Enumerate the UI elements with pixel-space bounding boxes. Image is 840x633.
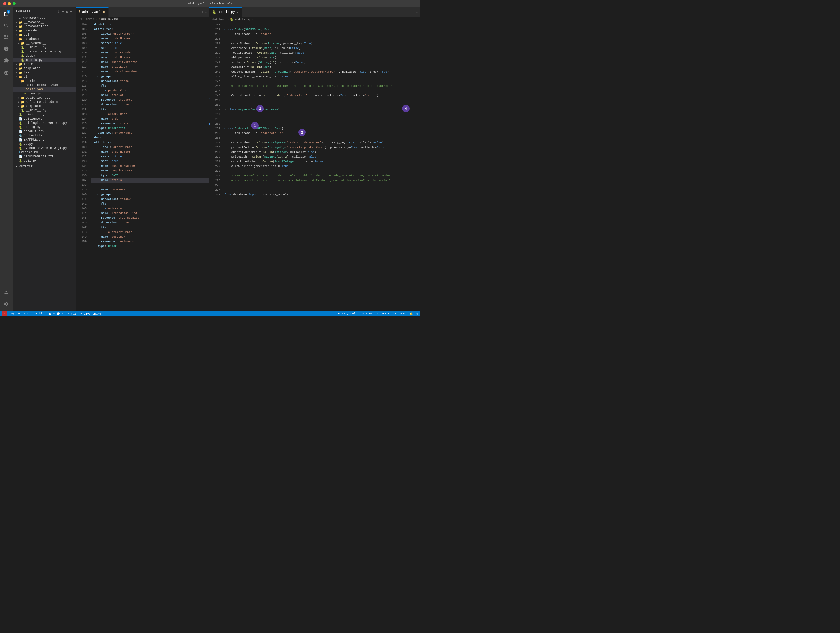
status-language[interactable]: YAML: [399, 312, 406, 315]
status-live-share[interactable]: ➤ Live Share: [80, 312, 101, 316]
sidebar-item-db-pycache[interactable]: ▸ 📁 __pycache__: [13, 41, 76, 45]
editor-area: ! admin.yaml ● ⊤ … ui › admin › !: [76, 7, 420, 311]
sidebar-item-example-env[interactable]: 📄 EXAMPLE.env: [13, 138, 76, 142]
sidebar-item-customize-models[interactable]: 🐍 customize_models.py: [13, 50, 76, 54]
sidebar-item-ui-templates[interactable]: ▸ 📁 templates: [13, 104, 76, 108]
activity-source-control[interactable]: [2, 33, 11, 42]
activity-account[interactable]: [2, 288, 11, 297]
folder-icon: 📁: [21, 100, 25, 104]
status-encoding[interactable]: UTF-8: [381, 312, 390, 315]
status-spaces[interactable]: Spaces: 2: [362, 312, 377, 315]
activity-search[interactable]: [2, 21, 11, 30]
arrow: ▸: [17, 100, 21, 104]
sidebar-item-models[interactable]: 🐍 models.py: [13, 58, 76, 62]
sidebar-item-gitignore[interactable]: 📄 .gitignore: [13, 117, 76, 121]
activity-explorer[interactable]: 1: [2, 9, 11, 19]
sidebar-item-api[interactable]: ▸ 📁 api: [13, 33, 76, 37]
more-actions-py-icon[interactable]: …: [416, 11, 418, 14]
activity-remote[interactable]: [2, 68, 11, 77]
arrow: ▸: [15, 21, 19, 24]
minimize-button[interactable]: [8, 2, 11, 5]
status-line-ending[interactable]: LF: [393, 312, 396, 315]
arrow: ▸: [15, 25, 19, 28]
arrow: ▸: [17, 42, 21, 45]
more-actions-icon[interactable]: …: [205, 11, 207, 14]
new-folder-icon[interactable]: +: [62, 9, 64, 14]
sidebar-item-admin-created[interactable]: ! admin-created.yaml: [13, 83, 76, 87]
sidebar-item-default-env[interactable]: 📄 default.env: [13, 129, 76, 133]
activity-settings[interactable]: [2, 299, 11, 309]
activity-bar-bottom: [2, 288, 11, 311]
status-ln-col[interactable]: Ln 137, Col 1: [336, 312, 359, 315]
py-icon: 🐍: [21, 46, 25, 49]
label: admin-created.yaml: [26, 84, 60, 87]
sidebar-item-db-init[interactable]: 🐍 __init__.py: [13, 45, 76, 50]
collapse-all-icon[interactable]: ━: [70, 9, 73, 14]
sidebar-item-dockerfile[interactable]: 🐳 Dockerfile: [13, 133, 76, 138]
yaml-code: orderdetails: attributes: - label: order…: [88, 22, 209, 311]
file-icon: 📄: [19, 138, 22, 142]
sidebar-item-ui-init[interactable]: 🐍 __init__.py: [13, 108, 76, 112]
sidebar-item-requirements[interactable]: 📄 requirements.txt: [13, 155, 76, 159]
sidebar-item-root-init[interactable]: 🐍 __init__.py: [13, 112, 76, 117]
split-editor-icon[interactable]: ⊤: [202, 10, 204, 14]
python-tab-bar: 🐍 models.py ✕ …: [209, 7, 420, 17]
close-button[interactable]: [3, 2, 6, 5]
py-icon: 🐍: [21, 109, 25, 112]
status-sync-icon: ↻: [416, 312, 418, 316]
sidebar-item-home-js[interactable]: JS home.js: [13, 92, 76, 96]
sidebar-item-database[interactable]: ▾ 📂 database: [13, 37, 76, 41]
refresh-icon[interactable]: ↻: [66, 9, 68, 14]
sidebar-item-vscode[interactable]: ▸ 📁 .vscode: [13, 28, 76, 33]
label: templates: [24, 66, 41, 70]
sidebar-item-python-anywhere[interactable]: 🐍 python_anywhere_wsgi.py: [13, 146, 76, 150]
python-code-area[interactable]: 233234235236237 238239240241242 24324424…: [209, 22, 420, 311]
python-editor: 🐍 models.py ✕ … database › 🐍 models.py ›: [209, 7, 420, 311]
folder-icon: 📂: [19, 38, 22, 41]
python-tab[interactable]: 🐍 models.py ✕: [209, 7, 242, 17]
activity-debug[interactable]: [2, 44, 11, 54]
yaml-code-area[interactable]: 104105106107108 109110111112113 11411511…: [76, 22, 209, 311]
yaml-tab[interactable]: ! admin.yaml ●: [76, 7, 109, 17]
sidebar-item-api-logic-run[interactable]: 🐍 api_logic_server_run.py: [13, 121, 76, 125]
sidebar-item-db[interactable]: 🐍 db.py: [13, 54, 76, 58]
arrow: ▸: [17, 96, 21, 99]
sidebar-item-admin-yaml[interactable]: ! admin.yaml: [13, 87, 76, 92]
py-tab-label: models.py: [218, 10, 235, 14]
status-x-indicator: ✕: [2, 311, 7, 317]
sidebar-item-admin[interactable]: ▾ 📂 admin: [13, 79, 76, 83]
sidebar-item-logic[interactable]: ▸ 📁 logic: [13, 62, 76, 66]
yaml-editor: ! admin.yaml ● ⊤ … ui › admin › !: [76, 7, 209, 311]
status-python[interactable]: Python 3.9.1 64-bit: [11, 312, 44, 315]
sidebar-item-ui[interactable]: ▾ 📂 ui: [13, 75, 76, 79]
status-bar-right: Ln 137, Col 1 Spaces: 2 UTF-8 LF YAML 🔔 …: [336, 312, 418, 316]
sidebar-item-safrs-react-admin[interactable]: ▸ 📁 safrs-react-admin: [13, 100, 76, 104]
status-bar: ✕ Python 3.9.1 64-bit 0 0 ✓ Val ➤ Live S…: [0, 311, 420, 317]
tree-root[interactable]: ▾ CLASSICMODE...: [13, 16, 76, 20]
sidebar-item-readme[interactable]: ℹ readme.md: [13, 150, 76, 155]
yaml-line-numbers: 104105106107108 109110111112113 11411511…: [76, 22, 88, 311]
sidebar-item-basic-web-app[interactable]: ▸ 📁 basic_web_app: [13, 96, 76, 100]
sidebar-item-pypy[interactable]: 🐍 py.py: [13, 142, 76, 146]
label: home.js: [27, 92, 41, 95]
arrow: ▾: [17, 79, 21, 83]
new-file-icon[interactable]: : [58, 9, 60, 14]
py-tab-close[interactable]: ✕: [237, 10, 238, 14]
sidebar-item-config[interactable]: 🐍 config.py: [13, 125, 76, 129]
folder-icon: 📁: [21, 96, 25, 99]
sidebar-item-templates[interactable]: ▸ 📁 templates: [13, 66, 76, 71]
sidebar-item-devcontainer[interactable]: ▸ 📁 .devcontainer: [13, 24, 76, 28]
label: .devcontainer: [24, 25, 48, 28]
yaml-tab-actions: ⊤ …: [200, 7, 209, 17]
activity-extensions[interactable]: [2, 55, 11, 65]
label: models.py: [26, 58, 43, 62]
sidebar-item-pycache-root[interactable]: ▸ 📁 __pycache__: [13, 20, 76, 24]
window-title: admin.yaml — classicmodels: [188, 2, 232, 5]
py-icon: 🐍: [19, 113, 22, 117]
maximize-button[interactable]: [13, 2, 16, 5]
arrow: ▸: [17, 105, 21, 108]
sidebar-item-test[interactable]: ▸ 📁 test: [13, 71, 76, 75]
sidebar-item-util[interactable]: 🐍 util.py: [13, 159, 76, 163]
folder-icon: 📁: [19, 33, 22, 37]
folder-icon: 📁: [19, 71, 22, 74]
